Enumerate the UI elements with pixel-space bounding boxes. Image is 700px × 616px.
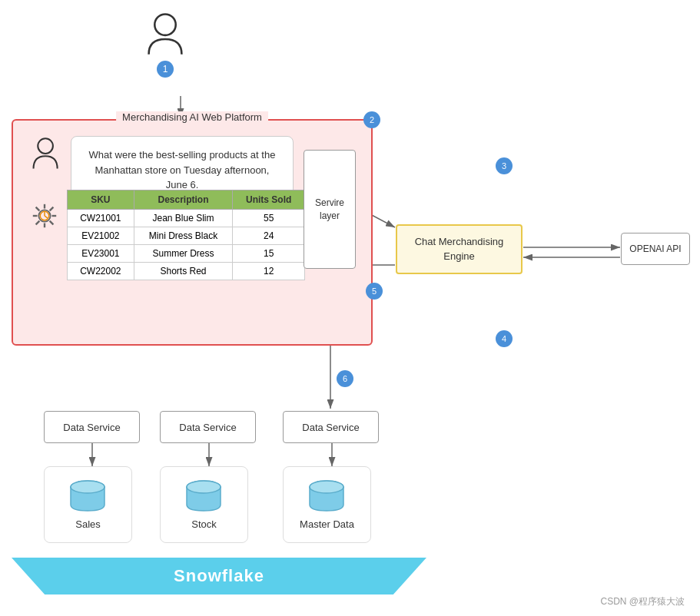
table-row: EV23001Summer Dress15 (68, 245, 305, 263)
product-table: SKU Description Units Sold CW21001Jean B… (67, 190, 305, 280)
table-cell: Jean Blue Slim (134, 210, 233, 227)
svg-point-13 (38, 138, 53, 154)
table-row: CW21001Jean Blue Slim55 (68, 210, 305, 227)
user-icon (142, 12, 188, 58)
badge-5: 5 (366, 283, 383, 300)
masterdata-db-box: Master Data (283, 466, 371, 543)
svg-line-20 (50, 221, 54, 225)
service-layer: Servirelayer (304, 150, 356, 269)
service-layer-label: Servirelayer (315, 197, 344, 223)
table-cell: CW22002 (68, 263, 134, 280)
badge-6: 6 (337, 370, 353, 387)
svg-line-25 (45, 216, 48, 218)
table-cell: EV21002 (68, 227, 134, 245)
masterdata-label: Master Data (300, 518, 354, 530)
col-desc: Description (134, 190, 233, 210)
sales-db-icon (67, 479, 109, 514)
data-service-3: Data Service (283, 411, 379, 443)
badge-1: 1 (157, 61, 174, 78)
sales-label: Sales (75, 518, 101, 530)
table-cell: Mini Dress Black (134, 227, 233, 245)
table-row: EV21002Mini Dress Black24 (68, 227, 305, 245)
table-cell: 55 (233, 210, 305, 227)
stock-label: Stock (191, 518, 217, 530)
badge-4: 4 (496, 330, 513, 347)
data-service-2: Data Service (160, 411, 256, 443)
table-cell: 24 (233, 227, 305, 245)
stock-db-box: Stock (160, 466, 248, 543)
openai-label: OPENAI API (629, 243, 681, 254)
svg-point-31 (310, 481, 343, 493)
chat-text: What were the best-selling products at t… (89, 149, 276, 190)
snowflake-bar: Snowflake (12, 558, 426, 594)
table-cell: 15 (233, 245, 305, 263)
data-service-1: Data Service (44, 411, 140, 443)
table-cell: Summer Dress (134, 245, 233, 263)
platform-user-icon (28, 136, 63, 173)
cme-box: Chat MerchandisingEngine (396, 224, 523, 274)
svg-line-19 (36, 207, 40, 211)
svg-point-29 (187, 481, 221, 493)
cme-label: Chat MerchandisingEngine (415, 235, 504, 263)
stock-db-icon (183, 479, 225, 514)
table-cell: Shorts Red (134, 263, 233, 280)
svg-line-22 (36, 221, 40, 225)
gear-icon (30, 201, 59, 230)
table-cell: CW21001 (68, 210, 134, 227)
badge-2: 2 (363, 111, 380, 128)
masterdata-db-icon (306, 479, 348, 514)
col-units: Units Sold (233, 190, 305, 210)
snowflake-label: Snowflake (174, 566, 264, 586)
user-icon-area: 1 (142, 12, 188, 78)
svg-line-21 (50, 207, 54, 211)
badge-3: 3 (496, 157, 513, 174)
openai-box: OPENAI API (621, 233, 690, 265)
col-sku: SKU (68, 190, 134, 210)
sales-db-box: Sales (44, 466, 132, 543)
watermark: CSDN @程序猿大波 (600, 595, 685, 608)
platform-user-svg (28, 136, 63, 171)
platform-label: Merchandising AI Web Platform (116, 111, 268, 123)
table-cell: EV23001 (68, 245, 134, 263)
svg-point-12 (154, 14, 175, 35)
table-cell: 12 (233, 263, 305, 280)
svg-point-27 (71, 481, 105, 493)
gear-icon-area (30, 201, 59, 233)
table-row: CW22002Shorts Red12 (68, 263, 305, 280)
